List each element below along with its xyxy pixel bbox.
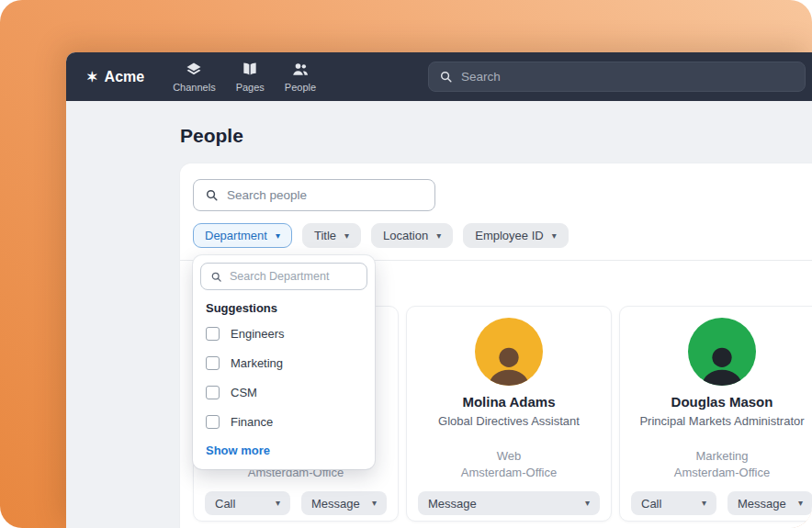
call-button[interactable]: Call▾ [205, 491, 290, 515]
dropdown-option-engineers[interactable]: Engineers [193, 319, 375, 348]
dropdown-options: EngineersMarketingCSMFinance [193, 319, 375, 436]
checkbox[interactable] [206, 386, 220, 399]
filter-chip-location[interactable]: Location▾ [371, 223, 453, 248]
chevron-down-icon: ▾ [702, 499, 706, 508]
chevron-down-icon: ▾ [276, 499, 280, 508]
filter-chip-label: Title [314, 229, 336, 242]
person-title: Global Directives Assistant [407, 414, 611, 428]
person-department: Marketing [620, 449, 812, 463]
global-search-placeholder: Search [461, 70, 501, 84]
background: ✶ Acme ChannelsPagesPeople Search People… [0, 0, 812, 528]
filter-chip-label: Location [383, 229, 428, 242]
person-card: Douglas MasonPrincipal Markets Administr… [619, 306, 812, 522]
call-button[interactable]: Call▾ [631, 491, 716, 515]
app-window: ✶ Acme ChannelsPagesPeople Search People… [66, 52, 812, 528]
button-label: Message [738, 497, 786, 511]
chevron-down-icon: ▾ [276, 231, 280, 241]
message-button[interactable]: Message▾ [418, 491, 600, 515]
person-name: Molina Adams [407, 394, 611, 410]
book-icon [241, 61, 259, 79]
dropdown-option-label: CSM [231, 386, 257, 399]
chevron-down-icon: ▾ [552, 231, 557, 241]
people-icon [291, 61, 310, 79]
button-label: Call [641, 497, 661, 511]
person-department: Web [407, 449, 611, 463]
nav-item-label: People [285, 82, 316, 93]
person-name: Douglas Mason [620, 394, 812, 410]
chevron-down-icon: ▾ [798, 499, 803, 508]
filter-chip-label: Department [205, 229, 267, 242]
nav-item-pages[interactable]: Pages [236, 61, 265, 93]
dropdown-option-label: Finance [231, 415, 273, 429]
message-button[interactable]: Message▾ [727, 491, 812, 515]
dropdown-option-label: Marketing [231, 356, 283, 370]
department-search-input[interactable]: Search Department [200, 263, 367, 290]
checkbox[interactable] [206, 415, 220, 429]
dropdown-option-csm[interactable]: CSM [193, 377, 375, 407]
search-icon [210, 271, 222, 283]
person-office: Amsterdam-Office [620, 466, 812, 479]
button-label: Message [428, 497, 477, 511]
top-navbar: ✶ Acme ChannelsPagesPeople Search [66, 52, 812, 101]
card-buttons: Call▾Message▾ [631, 491, 812, 515]
dropdown-option-marketing[interactable]: Marketing [193, 348, 375, 377]
people-search-placeholder: Search people [227, 188, 307, 202]
card-buttons: Message▾ [418, 491, 600, 515]
button-label: Call [215, 497, 235, 511]
show-more-link[interactable]: Show more [206, 444, 270, 457]
nav-item-label: Channels [173, 82, 215, 93]
dropdown-option-finance[interactable]: Finance [193, 407, 375, 436]
filter-chip-label: Employee ID [475, 229, 543, 242]
people-panel: Search people Department▾Title▾Location▾… [180, 163, 812, 528]
avatar [475, 318, 543, 386]
chevron-down-icon: ▾ [372, 499, 377, 508]
nav-item-people[interactable]: People [285, 61, 316, 93]
page-title: People [180, 125, 243, 147]
checkbox[interactable] [206, 327, 220, 341]
sparkle-icon: ✶ [86, 70, 98, 84]
message-button[interactable]: Message▾ [301, 491, 387, 515]
person-office: Amsterdam-Office [407, 466, 611, 479]
filter-chip-department[interactable]: Department▾ [193, 223, 292, 248]
person-icon [482, 340, 536, 386]
brand-logo[interactable]: ✶ Acme [86, 69, 144, 85]
chevron-down-icon: ▾ [436, 231, 441, 241]
nav-item-channels[interactable]: Channels [173, 61, 215, 93]
card-buttons: Call▾Message▾ [205, 491, 387, 515]
dropdown-option-label: Engineers [231, 327, 285, 341]
people-search-input[interactable]: Search people [193, 179, 435, 211]
department-dropdown: Search Department Suggestions EngineersM… [193, 255, 375, 469]
person-icon [695, 340, 749, 386]
search-icon [205, 188, 219, 202]
checkbox[interactable] [206, 356, 220, 370]
department-search-placeholder: Search Department [230, 270, 329, 283]
global-search-input[interactable]: Search [428, 62, 806, 92]
filter-chips: Department▾Title▾Location▾Employee ID▾ [193, 223, 569, 248]
nav-items: ChannelsPagesPeople [163, 61, 326, 93]
filter-chip-employee-id[interactable]: Employee ID▾ [463, 223, 568, 248]
chevron-down-icon: ▾ [585, 499, 590, 508]
chevron-down-icon: ▾ [344, 231, 349, 241]
avatar [688, 318, 756, 386]
brand-name: Acme [105, 69, 145, 85]
button-label: Message [311, 497, 360, 511]
suggestions-label: Suggestions [206, 301, 375, 315]
person-card: Molina AdamsGlobal Directives AssistantW… [406, 306, 612, 522]
layers-icon [185, 61, 203, 79]
nav-item-label: Pages [236, 82, 265, 93]
filter-chip-title[interactable]: Title▾ [302, 223, 361, 248]
search-icon [439, 70, 453, 84]
person-title: Principal Markets Administrator [620, 414, 812, 428]
